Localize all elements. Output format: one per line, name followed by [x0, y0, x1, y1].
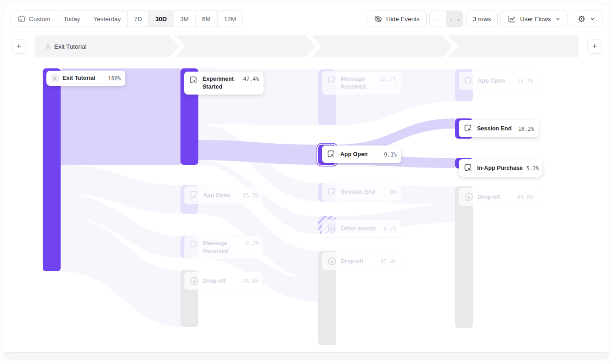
- event-click-icon: [464, 76, 474, 86]
- node-name: App Open: [478, 77, 513, 85]
- drop-off-icon: [189, 276, 199, 286]
- sankey-links: [4, 4, 609, 356]
- node-name: Drop-off: [341, 258, 377, 265]
- node-percent: 9%: [390, 189, 396, 196]
- node-percent: 5.2%: [526, 165, 539, 172]
- flows-panel: Custom Today Yesterday 7D 30D 3M 6M 12M …: [4, 4, 609, 359]
- node-name: Experiment Started: [202, 75, 239, 91]
- flow-node-bar-exit-tutorial[interactable]: [43, 68, 61, 271]
- drop-off-icon: [327, 256, 337, 266]
- node-percent: 10.2%: [518, 125, 534, 132]
- node-percent: 28.6%: [242, 278, 259, 285]
- node-name: App Open: [340, 151, 380, 158]
- event-click-icon: [463, 163, 473, 173]
- node-card-experiment-started[interactable]: Experiment Started 47.4%: [184, 72, 264, 95]
- node-percent: 8.7%: [246, 240, 259, 246]
- node-name: In-App Purchase: [477, 164, 523, 172]
- event-click-icon: [189, 190, 199, 200]
- node-percent: 47.4%: [243, 75, 259, 82]
- flow-link-experiment-to-appopen[interactable]: [198, 140, 318, 165]
- event-click-icon: [327, 75, 337, 85]
- node-card-exit-tutorial[interactable]: A Exit Tutorial 100%: [46, 71, 125, 86]
- node-percent: 9.1%: [384, 151, 397, 158]
- node-percent: 14.7%: [517, 78, 533, 84]
- node-card-app-open-3-selected[interactable]: App Open 9.1%: [322, 146, 401, 163]
- node-card-message-received-2[interactable]: Message Received 8.7%: [184, 235, 264, 259]
- node-percent: 100%: [108, 75, 121, 82]
- node-name: Message Received: [203, 240, 242, 255]
- event-click-icon: [327, 187, 337, 197]
- node-card-session-end-3[interactable]: Session End 9%: [322, 183, 401, 201]
- node-percent: 27.7%: [380, 75, 396, 82]
- node-card-app-open-2[interactable]: App Open 15.3%: [184, 186, 264, 204]
- event-click-icon: [463, 123, 473, 134]
- node-name: Message Received: [341, 75, 377, 91]
- drop-off-icon: [464, 192, 474, 202]
- node-name: Drop-off: [203, 277, 239, 285]
- user-flows-page: Custom Today Yesterday 7D 30D 3M 6M 12M …: [0, 0, 613, 364]
- node-name: Other events: [341, 225, 380, 233]
- node-card-drop-off-2[interactable]: Drop-off 28.6%: [184, 272, 264, 290]
- node-percent: 6.7%: [383, 225, 396, 232]
- event-click-icon: [189, 75, 199, 85]
- event-click-icon: [189, 240, 199, 250]
- flow-node-bar-drop-off-4[interactable]: [455, 186, 473, 328]
- node-percent: 69.8%: [517, 194, 533, 201]
- node-name: Session End: [477, 125, 514, 133]
- node-percent: 15.3%: [242, 192, 259, 199]
- node-name: Exit Tutorial: [62, 74, 104, 82]
- horizontal-scrollbar-track[interactable]: [4, 352, 609, 359]
- node-card-in-app-purchase-4[interactable]: In-App Purchase 5.2%: [459, 159, 542, 177]
- node-name: App Open: [203, 191, 239, 199]
- node-card-drop-off-3[interactable]: Drop-off 47.4%: [322, 252, 401, 270]
- node-card-session-end-4[interactable]: Session End 10.2%: [459, 120, 539, 137]
- node-card-drop-off-4[interactable]: Drop-off 69.8%: [459, 188, 538, 206]
- node-name: Drop-off: [478, 193, 513, 201]
- node-card-app-open-4[interactable]: App Open 14.7%: [459, 72, 538, 90]
- other-events-icon: [327, 224, 337, 234]
- node-name: Session End: [341, 188, 386, 196]
- node-percent: 47.4%: [380, 258, 396, 265]
- node-card-message-received-3[interactable]: Message Received 27.7%: [322, 71, 401, 95]
- node-badge: A: [51, 74, 59, 82]
- event-click-icon: [326, 149, 337, 159]
- node-card-other-events-3[interactable]: Other events 6.7%: [322, 219, 401, 238]
